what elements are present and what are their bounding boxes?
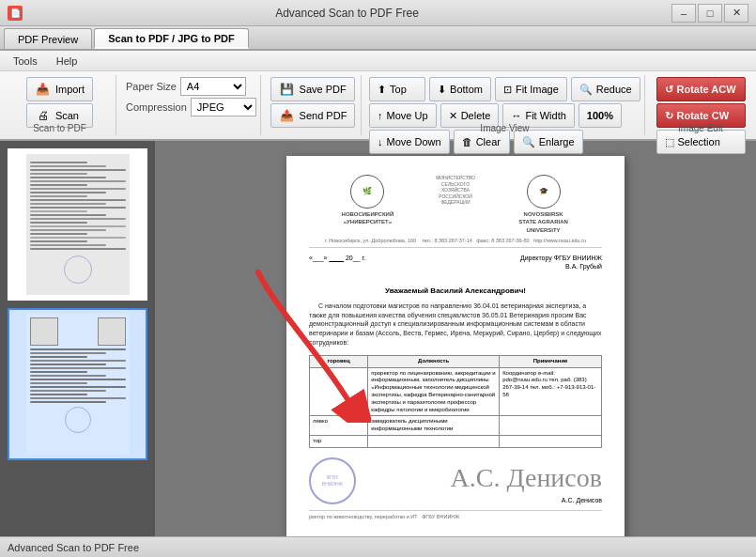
table-cell-note-2 <box>500 416 602 436</box>
table-cell-note-1: Координатор e-mail: pdo@nsau.edu.ru тел.… <box>500 367 602 416</box>
doc-footer: ректор по животноводству, переработки и … <box>309 510 602 520</box>
window-controls: – □ ✕ <box>671 4 748 23</box>
doc-center-header: МИНИСТЕРСТВО СЕЛЬСКОГО ХОЗЯЙСТВАРОССИЙСК… <box>426 175 485 234</box>
header-right-text: NOVOSIBIRSKSTATE AGRARIANUNIVERSITY <box>518 211 568 233</box>
content-area: 🌿 НОВОСИБИРСКИЙ«УНИВЕРСИТЕТ» МИНИСТЕРСТВ… <box>0 141 756 536</box>
thumbnail-panel <box>0 141 155 536</box>
bottom-icon: ⬇ <box>438 84 446 96</box>
table-cell-name-1 <box>310 367 368 416</box>
paper-size-label: Paper Size <box>126 81 177 92</box>
tab-pdf-preview[interactable]: PDF Preview <box>4 28 92 49</box>
maximize-button[interactable]: □ <box>698 4 722 23</box>
table-cell-name-2: левко <box>310 416 368 436</box>
thumbnail-1[interactable] <box>8 148 147 301</box>
paper-size-row: Paper Size A4A3LetterLegal <box>126 77 256 96</box>
save-pdf-button[interactable]: 💾 Save PDF <box>270 77 356 101</box>
scan-to-pdf-label: Scan to PDF <box>33 123 86 133</box>
rotate-acw-button[interactable]: ↺ Rotate ACW <box>656 77 746 101</box>
paper-size-select[interactable]: A4A3LetterLegal <box>180 77 246 96</box>
recipient-title: Директору ФГБУ ВНИИНЖ <box>520 254 602 262</box>
import-button[interactable]: 📥 Import <box>26 77 93 101</box>
rotate-cw-label: Rotate CW <box>677 110 730 121</box>
thumb-img-2 <box>26 314 130 455</box>
document-page: 🌿 НОВОСИБИРСКИЙ«УНИВЕРСИТЕТ» МИНИСТЕРСТВ… <box>286 156 625 536</box>
doc-logos: 🌿 НОВОСИБИРСКИЙ«УНИВЕРСИТЕТ» МИНИСТЕРСТВ… <box>309 175 602 234</box>
import-label: Import <box>55 84 85 95</box>
tab-bar: PDF Preview Scan to PDF / JPG to PDF <box>0 26 756 51</box>
thumbnail-2[interactable] <box>8 308 147 460</box>
fit-image-button[interactable]: ⊡ Fit Image <box>495 77 567 101</box>
image-edit-label: Image Edit <box>678 123 723 133</box>
tab-pdf-preview-label: PDF Preview <box>18 34 78 45</box>
app-icon: 📄 <box>8 6 23 21</box>
send-icon: 📤 <box>279 107 296 124</box>
move-up-button[interactable]: ↑ Move Up <box>369 103 437 128</box>
table-cell-name-3: тор <box>310 436 368 448</box>
doc-signature-right: А.С. Денисов А.С. Денисов <box>451 461 602 503</box>
zoom-display: 100% <box>579 103 622 128</box>
doc-date: «___» ____ 20__ г. <box>309 254 365 278</box>
table-cell-note-3 <box>500 436 602 448</box>
compression-select[interactable]: JPEGPNGTIFF <box>191 98 256 116</box>
toolbar: 📥 Import 🖨 Scan Scan to PDF Paper Size A… <box>0 71 756 141</box>
doc-address: г. Новосибирск, ул. Добролюбова, 160 тел… <box>309 238 602 248</box>
thumb-doc-lines-2 <box>30 317 126 451</box>
header-left-text: НОВОСИБИРСКИЙ«УНИВЕРСИТЕТ» <box>342 211 394 224</box>
table-header-0: горовец <box>310 355 368 367</box>
tab-scan-to-pdf-label: Scan to PDF / JPG to PDF <box>108 33 234 44</box>
doc-logo-right: 🎓 NOVOSIBIRSKSTATE AGRARIANUNIVERSITY <box>485 175 602 234</box>
doc-date-block: «___» ____ 20__ г. Директору ФГБУ ВНИИНЖ… <box>309 254 602 278</box>
delete-icon: ✕ <box>449 110 457 122</box>
paper-section: Paper Size A4A3LetterLegal Compression J… <box>120 75 261 135</box>
save-pdf-label: Save PDF <box>300 84 347 95</box>
image-edit-section: ↺ Rotate ACW ↻ Rotate CW ⬚ Selection Ima… <box>649 75 752 135</box>
table-cell-pos-3 <box>368 436 500 448</box>
title-bar-left: 📄 <box>8 6 23 21</box>
minimize-button[interactable]: – <box>671 4 696 23</box>
thumb-doc-lines-1 <box>30 158 126 291</box>
save-section: 💾 Save PDF 📤 Send PDF - <box>265 75 362 135</box>
scan-to-pdf-section: 📥 Import 🖨 Scan Scan to PDF <box>4 75 116 135</box>
paper-group: Paper Size A4A3LetterLegal Compression J… <box>126 77 256 130</box>
reduce-button[interactable]: 🔍 Reduce <box>571 77 640 101</box>
table-row: проректор по лицензированию, аккредитаци… <box>310 367 602 416</box>
status-text: Advanced Scan to PDF Free <box>8 542 139 553</box>
window-title: Advanced Scan to PDF Free <box>23 7 671 20</box>
table-header-2: Примечание <box>500 355 602 367</box>
scan-label: Scan <box>55 110 79 121</box>
import-icon: 📥 <box>35 81 52 98</box>
doc-body: С началом подготовки магистров по направ… <box>309 302 602 348</box>
doc-greeting: Уважаемый Василий Александрович! <box>309 286 602 296</box>
scan-icon: 🖨 <box>35 107 52 124</box>
table-cell-pos-2: заведователь дисциплиными информационным… <box>368 416 500 436</box>
image-view-section: ⬆ Top ⬇ Bottom ⊡ Fit Image 🔍 Reduce <box>365 75 645 135</box>
table-row: левко заведователь дисциплиными информац… <box>310 416 602 436</box>
image-view-label: Image View <box>480 123 529 133</box>
rotate-acw-icon: ↺ <box>665 84 673 96</box>
bottom-button[interactable]: ⬇ Bottom <box>429 77 491 101</box>
tab-scan-to-pdf[interactable]: Scan to PDF / JPG to PDF <box>94 28 248 49</box>
close-button[interactable]: ✕ <box>724 4 748 23</box>
image-view-row1: ⬆ Top ⬇ Bottom ⊡ Fit Image 🔍 Reduce <box>369 77 640 101</box>
save-icon: 💾 <box>279 81 296 98</box>
doc-logo-left: 🌿 НОВОСИБИРСКИЙ«УНИВЕРСИТЕТ» <box>309 175 426 234</box>
compression-row: Compression JPEGPNGTIFF <box>126 98 256 116</box>
move-up-icon: ↑ <box>378 110 383 121</box>
recipient-name: В.А. Грубый <box>520 262 602 271</box>
thumb-img-1 <box>26 154 130 295</box>
top-button[interactable]: ⬆ Top <box>369 77 425 101</box>
status-bar: Advanced Scan to PDF Free <box>0 536 756 557</box>
document-view: 🌿 НОВОСИБИРСКИЙ«УНИВЕРСИТЕТ» МИНИСТЕРСТВ… <box>155 141 756 536</box>
table-header-1: Должность <box>368 355 500 367</box>
title-bar: 📄 Advanced Scan to PDF Free – □ ✕ <box>0 0 756 26</box>
menu-help[interactable]: Help <box>49 54 85 69</box>
table-row: тор <box>310 436 602 448</box>
doc-stamp: ФГБУВНИИНЖ <box>309 457 356 504</box>
menu-bar: Tools Help <box>0 51 756 71</box>
rotate-cw-icon: ↻ <box>665 110 673 122</box>
compression-label: Compression <box>126 101 187 113</box>
doc-cursive-sig: А.С. Денисов <box>451 461 602 495</box>
menu-tools[interactable]: Tools <box>6 54 45 69</box>
doc-body-text: С началом подготовки магистров по направ… <box>309 302 602 348</box>
doc-signature-name: А.С. Денисов <box>451 496 602 504</box>
